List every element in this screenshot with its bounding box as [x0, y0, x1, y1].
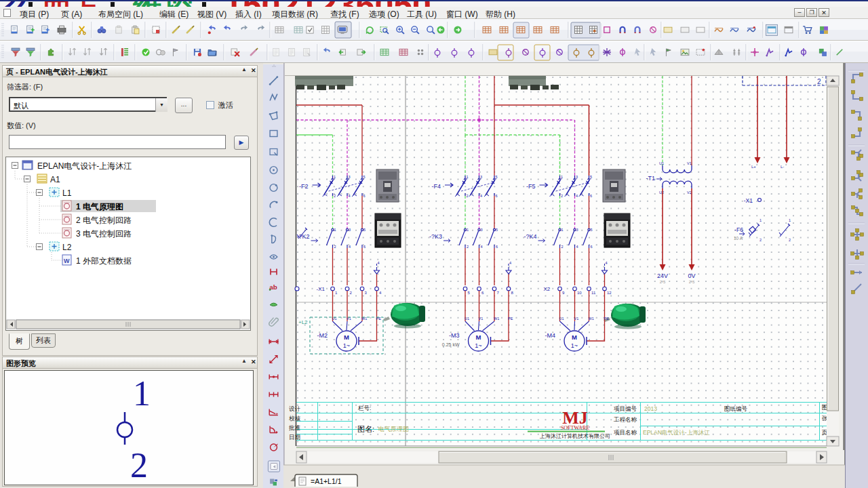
svg-text:L+: L+: [751, 165, 756, 169]
svg-text:24V: 24V: [657, 272, 668, 279]
svg-text:4: 4: [349, 194, 351, 198]
svg-text:4: 4: [576, 194, 578, 198]
svg-text:U1: U1: [659, 161, 664, 165]
svg-text:4: 4: [576, 245, 578, 249]
svg-text:2: 2: [334, 245, 336, 249]
svg-text:6: 6: [363, 194, 366, 198]
svg-text:4: 4: [481, 245, 483, 249]
svg-text:W1: W1: [589, 317, 594, 321]
svg-text:1: 1: [334, 228, 336, 232]
svg-text:U1: U1: [465, 317, 469, 321]
svg-text:-T1: -T1: [646, 175, 656, 182]
svg-text:EPLAN电气设计-上海沐江: EPLAN电气设计-上海沐江: [643, 429, 710, 436]
svg-text:校核: 校核: [289, 415, 301, 422]
svg-text:4: 4: [378, 261, 380, 265]
svg-text:1~: 1~: [343, 342, 350, 349]
svg-text:图纸编号: 图纸编号: [724, 405, 748, 412]
svg-text:3: 3: [480, 175, 482, 179]
svg-text:5: 5: [496, 175, 498, 179]
svg-text:6: 6: [363, 245, 366, 249]
svg-text:1: 1: [760, 218, 762, 222]
svg-text:1: 1: [561, 175, 563, 179]
svg-text:4: 4: [349, 245, 351, 249]
svg-text:3: 3: [349, 228, 351, 232]
svg-text:V2: V2: [687, 190, 692, 195]
svg-text:栏号:: 栏号:: [357, 405, 371, 411]
svg-text:3: 3: [349, 175, 351, 179]
svg-text:2: 2: [334, 194, 336, 198]
svg-text:10: 10: [577, 291, 582, 295]
svg-text:4: 4: [480, 194, 482, 198]
svg-text:1~: 1~: [571, 342, 578, 349]
svg-text:W1: W1: [494, 317, 499, 321]
svg-text:X2: X2: [544, 286, 551, 292]
svg-text:-F5: -F5: [526, 183, 536, 190]
svg-text:5: 5: [496, 228, 498, 232]
svg-text:2: 2: [760, 238, 762, 242]
svg-text:-X1: -X1: [317, 286, 326, 292]
svg-text:2: 2: [467, 245, 469, 249]
svg-text:2013: 2013: [644, 405, 657, 412]
svg-text:0V: 0V: [688, 272, 695, 279]
svg-text:0.25 kW: 0.25 kW: [442, 342, 460, 347]
svg-text:2: 2: [467, 194, 469, 198]
svg-text:-M4: -M4: [545, 332, 556, 339]
svg-text:2: 2: [561, 245, 564, 249]
svg-text:V1: V1: [687, 161, 692, 165]
svg-text:4: 4: [606, 261, 608, 265]
svg-text:1: 1: [789, 218, 791, 222]
svg-text:=A1+L1/1: =A1+L1/1: [311, 477, 342, 485]
svg-text:11: 11: [591, 291, 596, 295]
svg-text:3: 3: [576, 175, 578, 179]
svg-text:6: 6: [591, 245, 593, 249]
svg-text:SOFTWARE: SOFTWARE: [561, 425, 589, 431]
svg-text:-F4: -F4: [432, 183, 441, 190]
svg-text:PE: PE: [604, 317, 610, 321]
svg-text:4: 4: [509, 261, 511, 265]
svg-text:图名:: 图名:: [357, 425, 374, 433]
svg-text:+L2: +L2: [298, 319, 308, 325]
svg-text:工程名称: 工程名称: [613, 416, 637, 423]
svg-text:1: 1: [561, 228, 564, 232]
svg-text:-M3: -M3: [449, 332, 460, 339]
svg-text:上海沐江计算机技术有限公司: 上海沐江计算机技术有限公司: [539, 433, 610, 439]
svg-text:电气原理图: 电气原理图: [378, 426, 409, 432]
svg-text:设计: 设计: [289, 405, 301, 412]
svg-text:项目编号: 项目编号: [614, 405, 637, 412]
svg-text:5: 5: [363, 175, 366, 179]
svg-text:12: 12: [607, 291, 612, 295]
svg-text:项目名称: 项目名称: [614, 429, 637, 436]
svg-text:L-: L-: [781, 165, 784, 169]
svg-text:-X1: -X1: [744, 197, 753, 204]
svg-text:3: 3: [481, 228, 483, 232]
svg-text:5: 5: [590, 175, 592, 179]
svg-text:3: 3: [576, 228, 578, 232]
svg-text:V1: V1: [479, 317, 484, 321]
svg-text:批准: 批准: [288, 424, 301, 431]
svg-text:1: 1: [334, 175, 336, 179]
svg-text:PE: PE: [508, 317, 513, 321]
svg-text:-M2: -M2: [317, 332, 328, 339]
svg-text:1: 1: [467, 228, 469, 232]
svg-text:-?K3: -?K3: [429, 233, 442, 240]
svg-text:M: M: [344, 333, 349, 341]
svg-text:2: 2: [561, 194, 563, 198]
svg-text:U1: U1: [559, 317, 564, 321]
svg-text:6: 6: [590, 194, 592, 198]
svg-text:2: 2: [817, 78, 821, 85]
svg-text:1~: 1~: [475, 342, 481, 349]
svg-text:V1: V1: [574, 317, 579, 321]
svg-text:5: 5: [363, 228, 366, 232]
svg-text:日期: 日期: [289, 434, 300, 441]
svg-text:M: M: [476, 333, 481, 341]
svg-text:U2: U2: [659, 190, 664, 195]
svg-text:6: 6: [496, 194, 498, 198]
svg-text:2-5: 2-5: [660, 280, 666, 284]
svg-text:5: 5: [591, 228, 593, 232]
svg-text:2-5: 2-5: [689, 280, 695, 284]
svg-text:10 A: 10 A: [734, 236, 743, 241]
svg-text:-F2: -F2: [299, 183, 309, 190]
svg-text:1: 1: [133, 374, 151, 413]
svg-text:-F6: -F6: [734, 226, 743, 233]
svg-text:2: 2: [789, 238, 791, 242]
